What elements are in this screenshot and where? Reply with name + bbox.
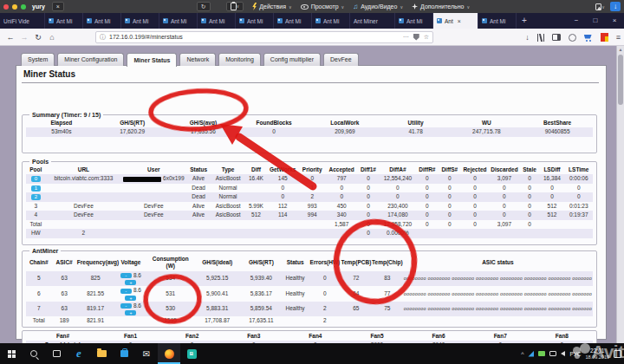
browser-tab[interactable]: Ant Mi	[198, 13, 236, 29]
window-minimize-button[interactable]: −	[567, 13, 586, 29]
browser-tab[interactable]: Ant Mi	[312, 13, 350, 29]
window-maximize-button[interactable]: □	[586, 13, 605, 29]
column-header: Errors(HW)	[309, 255, 341, 271]
btc-app-button[interactable]: B	[180, 343, 203, 364]
hamburger-menu-icon[interactable]: ≡	[616, 31, 621, 43]
sidebar-icon[interactable]	[552, 34, 561, 41]
miner-favicon	[125, 18, 130, 23]
browser-tab[interactable]: Ant Mi	[478, 13, 517, 29]
miner-favicon	[201, 18, 206, 23]
window-close-button[interactable]: ×	[605, 13, 624, 29]
summary-table: ElapsedGH/S(RT)GH/S(avg)FoundBlocksLocal…	[26, 119, 593, 137]
network-icon[interactable]	[549, 351, 556, 356]
edge-button[interactable]: e	[68, 343, 90, 364]
column-header: Diff	[245, 166, 268, 174]
screenshot-button[interactable]: ∨	[595, 3, 605, 11]
recorder-dot-red-icon[interactable]	[3, 4, 9, 10]
page-tab-miner-status[interactable]: Miner Status	[127, 53, 177, 67]
volume-icon[interactable]	[561, 351, 565, 356]
browser-tab[interactable]: Ant Mi	[121, 13, 159, 29]
scroll-up-icon[interactable]: ▲	[617, 46, 624, 54]
voltage-increase-button[interactable]: +	[125, 280, 136, 285]
downloads-icon[interactable]: ↓	[525, 31, 530, 43]
extras-menu[interactable]: Дополнительно∨	[412, 3, 470, 10]
shopping-extension-icon[interactable]	[584, 34, 593, 42]
miner-favicon	[315, 18, 321, 23]
clipboard-icon	[231, 3, 237, 10]
browser-tab[interactable]: Ant Mi	[236, 13, 274, 29]
file-explorer-button[interactable]	[90, 343, 113, 364]
page-tab-system[interactable]: System	[21, 53, 55, 66]
browser-tab[interactable]: UniFi Vide	[0, 13, 45, 29]
tray-app-icon[interactable]	[528, 351, 534, 357]
voltage-decrease-button[interactable]: -	[120, 303, 132, 309]
page-tab-network[interactable]: Network	[179, 53, 216, 66]
library-icon[interactable]	[537, 34, 544, 42]
browser-tab[interactable]: Ant Mi	[45, 13, 83, 29]
forward-button[interactable]: →	[17, 33, 31, 42]
tab-title: Ant Mi	[285, 18, 301, 24]
task-view-icon	[53, 350, 61, 357]
firefox-button[interactable]	[158, 343, 180, 364]
close-icon: ×	[56, 3, 60, 10]
download-button[interactable]: ↓	[610, 2, 621, 11]
clipboard-button[interactable]: ∨	[226, 2, 244, 11]
tray-capture-icon[interactable]	[538, 351, 545, 356]
extension-icon[interactable]	[569, 34, 576, 42]
session-name: yury	[32, 3, 45, 10]
page-tab-devfee[interactable]: DevFee	[323, 53, 359, 66]
browser-tab[interactable]: Ant Miner	[350, 13, 395, 29]
browser-tab-active[interactable]: Ant×	[433, 13, 478, 29]
bookmark-star-icon[interactable]: ☆	[424, 34, 429, 41]
url-bar[interactable]: ⓘ 172.16.0.199/#/minerstatus ⋯ ☆	[95, 31, 433, 43]
browser-tab[interactable]: Ant Mi	[395, 13, 433, 29]
new-tab-button[interactable]: +	[517, 13, 532, 29]
recorder-dot-yellow-icon[interactable]	[12, 4, 17, 10]
chevron-down-icon: ∨	[601, 4, 605, 10]
voltage-increase-button[interactable]: +	[125, 310, 136, 315]
scrollbar-thumb[interactable]	[618, 55, 623, 105]
colored-extension-icon[interactable]	[601, 33, 608, 42]
header-row: ElapsedGH/S(RT)GH/S(avg)FoundBlocksLocal…	[26, 119, 593, 127]
voltage-decrease-button[interactable]: -	[120, 273, 132, 278]
clock[interactable]: 22:01 18.09.2019	[585, 348, 609, 359]
pool-number-badge: 2	[31, 194, 41, 200]
home-button[interactable]: ⌂	[45, 33, 59, 42]
task-view-button[interactable]	[45, 343, 68, 364]
start-button[interactable]	[0, 343, 23, 364]
search-button[interactable]	[23, 343, 45, 364]
view-menu[interactable]: Просмотр∨	[301, 3, 345, 10]
column-header: Stale	[520, 166, 540, 174]
recorder-dot-green-icon[interactable]	[21, 4, 26, 10]
tab-close-icon[interactable]: ×	[458, 18, 461, 24]
site-info-icon[interactable]: ⓘ	[100, 33, 106, 42]
page-scrollbar[interactable]: ▲	[616, 46, 624, 343]
page-tab-monitoring[interactable]: Monitoring	[218, 53, 261, 66]
language-indicator[interactable]: РУС	[569, 351, 581, 357]
voltage-increase-button[interactable]: +	[125, 296, 136, 301]
browser-tab[interactable]: Ant Mi	[83, 13, 121, 29]
browser-tab-bar: UniFi VideAnt MiAnt MiAnt MiAnt MiAnt Mi…	[0, 13, 624, 29]
tracking-shield-icon[interactable]	[413, 34, 419, 41]
reload-session-button[interactable]: ↻	[197, 2, 211, 11]
mail-button[interactable]: ✉	[135, 343, 158, 364]
page-tab-config-multiplier[interactable]: Config multiplier	[263, 53, 321, 66]
chevron-down-icon: ∨	[237, 3, 240, 10]
table-row: 563825-8.6+5345,925.155,939.40Healthy072…	[26, 271, 593, 286]
page-tab-miner-configuration[interactable]: Miner Configuration	[57, 53, 124, 66]
action-center-icon[interactable]	[614, 350, 621, 358]
browser-tab[interactable]: Ant Mi	[274, 13, 312, 29]
reload-button[interactable]: ↻	[31, 33, 45, 42]
actions-menu[interactable]: Действия∨	[252, 3, 291, 10]
audio-video-menu[interactable]: ♫Аудио/Видео∨	[353, 3, 403, 10]
voltage-value: 8.6	[133, 287, 141, 294]
back-button[interactable]: ←	[3, 33, 17, 42]
tab-title: Ant Mi	[171, 18, 186, 24]
store-button[interactable]	[113, 343, 135, 364]
page-actions-icon[interactable]: ⋯	[403, 34, 409, 41]
voltage-decrease-button[interactable]: -	[120, 289, 132, 294]
column-header: DiffA#	[380, 166, 416, 174]
session-close-button[interactable]: ×	[52, 2, 64, 11]
browser-tab[interactable]: Ant Mi	[159, 13, 198, 29]
tray-expand-icon[interactable]: ^	[521, 351, 523, 357]
